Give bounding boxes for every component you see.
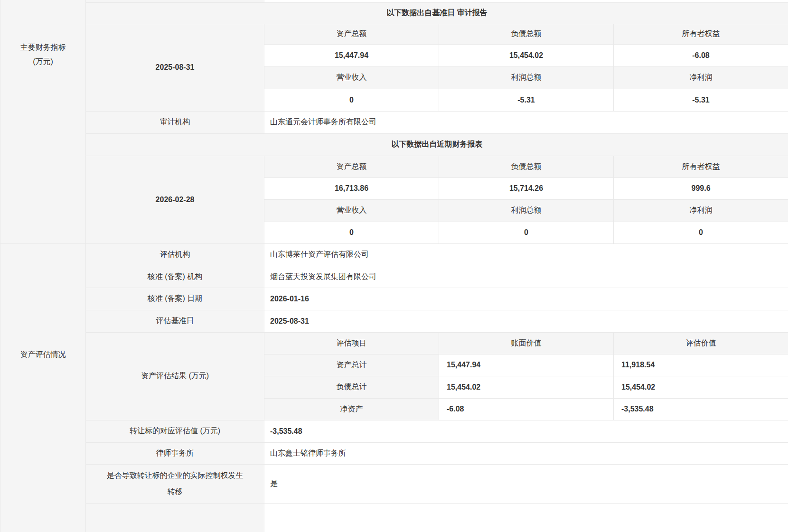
metric-value-revenue-recent: 0 (264, 222, 439, 243)
metric-value-owner-equity: -6.08 (614, 44, 788, 66)
law-firm-value: 山东鑫士铭律师事务所 (264, 442, 788, 464)
metric-value-total-profit: -5.31 (439, 89, 614, 111)
eval-row-liabilities-book: 15,454.02 (439, 376, 614, 398)
eval-row-liabilities-eval: 15,454.02 (614, 376, 788, 398)
base-date-label: 评估基准日 (86, 310, 264, 332)
eval-row-assets-eval: 11,918.54 (614, 354, 788, 376)
listing-financial-table-view: 主要财务指标 (万元) 以下数据出自基准日 审计报告 2025-08-31 资产… (0, 0, 788, 532)
section-label-financial-unit: (万元) (0, 55, 85, 69)
metric-label-owner-equity: 所有者权益 (614, 24, 788, 44)
metric-value-total-profit-recent: 0 (439, 222, 614, 243)
metric-label-total-assets: 资产总额 (264, 24, 439, 44)
law-firm-label: 律师事务所 (86, 442, 264, 464)
metric-value-total-assets: 15,447.94 (264, 44, 439, 66)
metric-label-owner-equity-recent: 所有者权益 (614, 156, 788, 177)
auditor-value: 山东通元会计师事务所有限公司 (264, 111, 788, 133)
section-label-financial-line1: 主要财务指标 (0, 40, 85, 55)
approve-org-label: 核准 (备案) 机构 (86, 266, 264, 288)
base-date-value: 2025-08-31 (264, 310, 788, 332)
metric-label-revenue: 营业收入 (264, 66, 439, 89)
auditor-label: 审计机构 (86, 111, 264, 133)
cutoff-bottom-label-cell (86, 503, 264, 532)
eval-header-item: 评估项目 (264, 332, 439, 354)
metric-label-net-profit-recent: 净利润 (614, 199, 788, 222)
transfer-value-label: 转让标的对应评估值 (万元) (86, 420, 264, 442)
eval-row-liabilities-item: 负债总计 (264, 376, 439, 398)
section-label-financial-cell: 主要财务指标 (万元) (0, 0, 86, 243)
section-label-evaluation-cell: 资产评估情况 (0, 243, 86, 532)
recent-report-date: 2026-02-28 (86, 156, 264, 243)
metric-label-revenue-recent: 营业收入 (264, 199, 439, 222)
cutoff-bottom-value-cell (264, 503, 788, 532)
metric-value-revenue: 0 (264, 89, 439, 111)
control-transfer-label-cell: 是否导致转让标的企业的实际控制权发生转移 (86, 464, 264, 503)
approve-date-label: 核准 (备案) 日期 (86, 288, 264, 310)
metric-label-total-liabilities: 负债总额 (439, 24, 614, 44)
eval-row-assets-item: 资产总计 (264, 354, 439, 376)
approve-org-value: 烟台蓝天投资发展集团有限公司 (264, 266, 788, 288)
metric-value-total-assets-recent: 16,713.86 (264, 177, 439, 199)
audit-base-date: 2025-08-31 (86, 24, 264, 111)
metric-value-net-profit-recent: 0 (614, 222, 788, 243)
eval-header-eval-value: 评估价值 (614, 332, 788, 354)
recent-source-header: 以下数据出自近期财务报表 (86, 133, 788, 156)
approve-date-value: 2026-01-16 (264, 288, 788, 310)
transfer-value-value: -3,535.48 (264, 420, 788, 442)
listing-data-table: 主要财务指标 (万元) 以下数据出自基准日 审计报告 2025-08-31 资产… (0, 0, 788, 532)
control-transfer-value: 是 (264, 464, 788, 503)
metric-label-total-liabilities-recent: 负债总额 (439, 156, 614, 177)
control-transfer-label: 是否导致转让标的企业的实际控制权发生转移 (104, 467, 246, 500)
metric-label-net-profit: 净利润 (614, 66, 788, 89)
metric-value-total-liabilities: 15,454.02 (439, 44, 614, 66)
eval-header-book-value: 账面价值 (439, 332, 614, 354)
metric-value-owner-equity-recent: 999.6 (614, 177, 788, 199)
metric-label-total-profit-recent: 利润总额 (439, 199, 614, 222)
section-label-evaluation: 资产评估情况 (0, 347, 85, 362)
metric-value-total-liabilities-recent: 15,714.26 (439, 177, 614, 199)
eval-row-netassets-item: 净资产 (264, 398, 439, 420)
audit-source-header: 以下数据出自基准日 审计报告 (86, 2, 788, 24)
eval-row-netassets-book: -6.08 (439, 398, 614, 420)
metric-label-total-profit: 利润总额 (439, 66, 614, 89)
metric-value-net-profit: -5.31 (614, 89, 788, 111)
eval-row-assets-book: 15,447.94 (439, 354, 614, 376)
metric-label-total-assets-recent: 资产总额 (264, 156, 439, 177)
eval-row-netassets-eval: -3,535.48 (614, 398, 788, 420)
eval-agency-label: 评估机构 (86, 243, 264, 266)
section-label-financial: 主要财务指标 (万元) (0, 40, 85, 69)
eval-result-label: 资产评估结果 (万元) (86, 332, 264, 420)
eval-agency-value: 山东博莱仕资产评估有限公司 (264, 243, 788, 266)
